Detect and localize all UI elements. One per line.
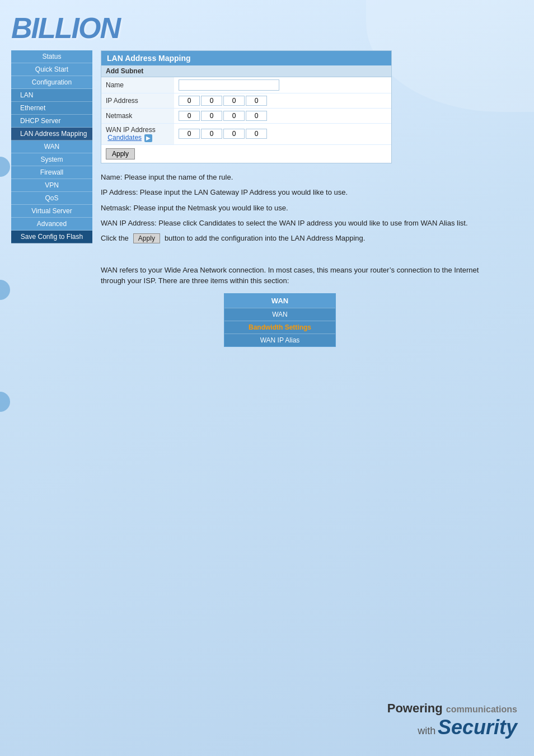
sidebar-item-ethernet[interactable]: Ethernet xyxy=(11,102,92,115)
sidebar: Status Quick Start Configuration LAN Eth… xyxy=(11,50,92,347)
ip-description: IP Address: Please input the LAN Gateway… xyxy=(101,187,493,198)
decorative-circle-1 xyxy=(0,157,10,177)
sidebar-item-save-config[interactable]: Save Config to Flash xyxy=(11,231,92,243)
click-line-pre: Click the xyxy=(101,234,129,242)
sidebar-item-dhcp-server[interactable]: DHCP Server xyxy=(11,115,92,128)
netmask-octet-3[interactable] xyxy=(223,111,245,121)
branding-powering-line: Powering communications xyxy=(387,701,517,716)
logo-text: BILLION xyxy=(11,11,123,45)
apply-button[interactable]: Apply xyxy=(106,148,135,159)
ip-octet-2[interactable] xyxy=(201,96,222,106)
config-box-title: LAN Address Mapping xyxy=(101,51,391,65)
name-description: Name: Please input the name of the rule. xyxy=(101,172,493,183)
branding-area: Powering communications with Security xyxy=(387,701,517,739)
click-line-post: button to add the configuration into the… xyxy=(165,234,365,242)
wan-ip-octet-4[interactable] xyxy=(246,129,267,139)
sidebar-item-wan[interactable]: WAN xyxy=(11,140,92,153)
netmask-label: Netmask xyxy=(101,109,174,124)
logo-area: BILLION xyxy=(11,11,123,45)
sidebar-item-quick-start[interactable]: Quick Start xyxy=(11,63,92,76)
form-table: Name IP Address xyxy=(101,77,391,145)
branding-powering-text: Powering communications xyxy=(387,701,517,715)
config-box: LAN Address Mapping Add Subnet Name IP A… xyxy=(101,50,392,163)
name-label: Name xyxy=(101,77,174,93)
ip-address-row: IP Address xyxy=(101,93,391,109)
content-area: LAN Address Mapping Add Subnet Name IP A… xyxy=(92,50,523,347)
decorative-circle-3 xyxy=(0,392,10,412)
candidates-icon[interactable]: ▶ xyxy=(144,134,152,142)
wan-menu-box: WAN WAN Bandwidth Settings WAN IP Alias xyxy=(224,293,336,347)
netmask-octet-2[interactable] xyxy=(201,111,222,121)
netmask-description: Netmask: Please input the Netmask you wo… xyxy=(101,203,493,214)
sidebar-item-advanced[interactable]: Advanced xyxy=(11,218,92,231)
wan-ip-row: WAN IP Address Candidates ▶ xyxy=(101,124,391,145)
name-row: Name xyxy=(101,77,391,93)
click-line: Click the Apply button to add the config… xyxy=(101,233,493,243)
ip-octet-3[interactable] xyxy=(223,96,245,106)
main-container: Status Quick Start Configuration LAN Eth… xyxy=(11,50,523,347)
decorative-circle-2 xyxy=(0,280,10,300)
wan-ip-octet-2[interactable] xyxy=(201,129,222,139)
ip-octet-1[interactable] xyxy=(179,96,200,106)
wan-ip-description: WAN IP Address: Please click Candidates … xyxy=(101,218,493,229)
wan-ip-octet-3[interactable] xyxy=(223,129,245,139)
netmask-row: Netmask xyxy=(101,109,391,124)
sidebar-item-status[interactable]: Status xyxy=(11,50,92,63)
name-input-cell xyxy=(174,77,391,93)
wan-section-description: WAN refers to your Wide Area Network con… xyxy=(101,265,481,287)
sidebar-item-vpn[interactable]: VPN xyxy=(11,179,92,192)
netmask-inputs xyxy=(174,109,391,124)
candidates-link[interactable]: Candidates xyxy=(107,134,142,142)
sidebar-item-virtual-server[interactable]: Virtual Server xyxy=(11,205,92,218)
wan-menu-item-bandwidth[interactable]: Bandwidth Settings xyxy=(224,321,335,334)
apply-button-area: Apply xyxy=(101,145,391,163)
sidebar-item-qos[interactable]: QoS xyxy=(11,192,92,205)
wan-ip-inputs xyxy=(174,124,391,145)
wan-menu-item-wan-ip-alias[interactable]: WAN IP Alias xyxy=(224,334,335,346)
netmask-octet-4[interactable] xyxy=(246,111,267,121)
branding-security-line: with Security xyxy=(387,716,517,739)
description-area: Name: Please input the name of the rule.… xyxy=(101,172,493,347)
sidebar-item-configuration[interactable]: Configuration xyxy=(11,76,92,89)
branding-security-text: Security xyxy=(438,716,517,739)
wan-ip-label: WAN IP Address Candidates ▶ xyxy=(101,124,174,145)
sidebar-item-lan[interactable]: LAN xyxy=(11,89,92,102)
ip-address-label: IP Address xyxy=(101,93,174,109)
wan-menu-title: WAN xyxy=(224,294,335,308)
sidebar-item-system[interactable]: System xyxy=(11,153,92,166)
netmask-octet-1[interactable] xyxy=(179,111,200,121)
wan-ip-label-text: WAN IP Address xyxy=(106,126,156,134)
sidebar-item-firewall[interactable]: Firewall xyxy=(11,166,92,179)
wan-menu-item-wan[interactable]: WAN xyxy=(224,308,335,321)
name-input[interactable] xyxy=(179,79,279,91)
config-box-subtitle: Add Subnet xyxy=(101,65,391,77)
click-line-button: Apply xyxy=(133,233,160,243)
wan-ip-octet-1[interactable] xyxy=(179,129,200,139)
ip-octet-4[interactable] xyxy=(246,96,267,106)
ip-address-inputs xyxy=(174,93,391,109)
branding-with-text: with xyxy=(418,725,435,736)
sidebar-item-lan-address-mapping[interactable]: LAN Address Mapping xyxy=(11,128,92,140)
